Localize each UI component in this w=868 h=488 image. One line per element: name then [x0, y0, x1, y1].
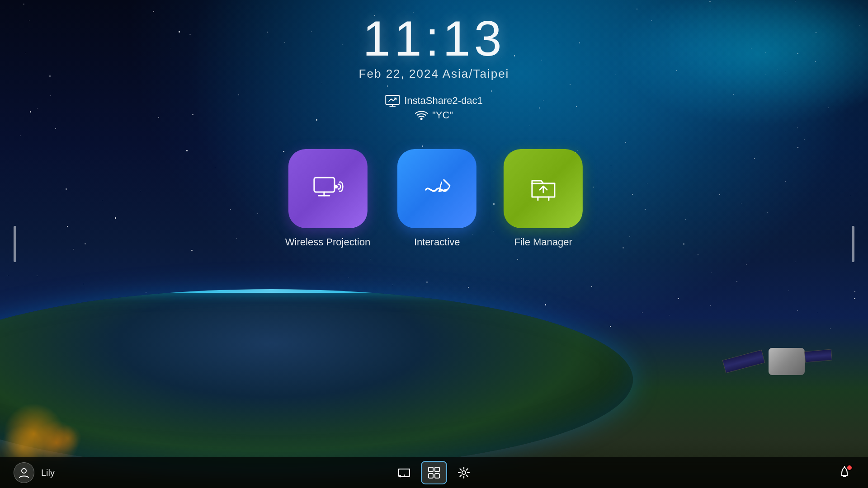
- star: [284, 42, 285, 43]
- star: [741, 203, 741, 204]
- notification-badge: [846, 465, 853, 471]
- grid-icon: [427, 466, 441, 479]
- user-name-label: Lily: [41, 468, 55, 478]
- star: [797, 127, 798, 129]
- star: [637, 9, 637, 9]
- star: [746, 264, 747, 265]
- svg-point-13: [22, 469, 26, 473]
- star: [115, 217, 116, 218]
- star: [611, 165, 611, 166]
- star: [615, 75, 616, 75]
- star: [632, 194, 633, 195]
- star: [629, 236, 630, 237]
- star: [370, 259, 371, 260]
- star: [349, 277, 349, 278]
- clock-container: 11:13 Feb 22, 2024 Asia/Taipei: [359, 14, 509, 81]
- star: [226, 194, 227, 194]
- star: [788, 291, 789, 291]
- avatar-icon: [18, 466, 30, 479]
- star: [23, 4, 24, 5]
- svg-point-7: [335, 185, 337, 188]
- wifi-row: "YC": [415, 109, 453, 121]
- star: [529, 126, 530, 126]
- device-row: InstaShare2-dac1: [385, 95, 483, 107]
- star: [625, 142, 626, 143]
- star: [468, 287, 469, 288]
- star: [685, 219, 686, 220]
- star: [795, 262, 796, 262]
- star: [179, 31, 180, 33]
- star: [785, 72, 785, 72]
- star: [85, 243, 86, 244]
- star: [543, 100, 543, 101]
- wireless-projection-icon[interactable]: [288, 149, 368, 228]
- star: [158, 117, 159, 117]
- star: [778, 70, 778, 70]
- star: [311, 31, 311, 32]
- star: [795, 1, 796, 1]
- star: [67, 226, 68, 227]
- star: [191, 250, 192, 251]
- home-button[interactable]: [421, 461, 447, 484]
- interactive-icon[interactable]: [397, 149, 476, 228]
- star: [170, 48, 170, 48]
- star: [591, 286, 592, 287]
- wifi-ssid: "YC": [432, 109, 453, 121]
- star: [711, 9, 711, 9]
- star: [37, 108, 38, 108]
- app-grid: Wireless Projection Interactive: [285, 149, 583, 248]
- settings-button[interactable]: [451, 461, 477, 484]
- star: [102, 200, 102, 200]
- star: [316, 119, 317, 121]
- satellite: [732, 334, 832, 398]
- star: [765, 52, 766, 53]
- star: [387, 85, 388, 86]
- monitor-icon: [385, 95, 400, 107]
- star: [283, 151, 284, 152]
- device-name: InstaShare2-dac1: [404, 95, 483, 107]
- star: [593, 187, 594, 188]
- notification-section: [835, 463, 854, 483]
- star: [828, 108, 829, 108]
- star: [754, 158, 755, 159]
- star: [797, 53, 798, 54]
- star: [579, 42, 580, 43]
- star: [797, 147, 798, 148]
- city-lights: [0, 371, 226, 461]
- star: [548, 248, 548, 249]
- star: [342, 44, 343, 46]
- star: [678, 298, 679, 299]
- app-interactive[interactable]: Interactive: [397, 149, 476, 248]
- star: [25, 298, 25, 298]
- star: [585, 64, 586, 64]
- star: [785, 181, 786, 182]
- cast-button[interactable]: [391, 461, 417, 484]
- user-avatar[interactable]: [14, 462, 34, 483]
- star: [767, 212, 768, 213]
- file-manager-icon[interactable]: [504, 149, 583, 228]
- star: [815, 61, 816, 62]
- left-arrow[interactable]: [14, 226, 16, 262]
- star: [719, 194, 720, 195]
- app-file-manager[interactable]: File Manager: [504, 149, 583, 248]
- star: [710, 305, 711, 306]
- star: [584, 270, 585, 271]
- star: [683, 244, 684, 244]
- notification-bell[interactable]: [835, 463, 854, 483]
- star: [321, 83, 322, 84]
- right-arrow[interactable]: [852, 226, 854, 262]
- star: [491, 90, 492, 91]
- star: [765, 75, 766, 75]
- app-wireless-projection[interactable]: Wireless Projection: [285, 149, 370, 248]
- star: [66, 188, 67, 190]
- svg-rect-16: [429, 467, 433, 472]
- star: [830, 328, 830, 329]
- wireless-projection-svg: [310, 171, 346, 207]
- svg-rect-18: [429, 474, 433, 478]
- cast-icon: [397, 466, 411, 479]
- star: [37, 276, 37, 276]
- star: [236, 238, 237, 239]
- star: [539, 108, 540, 108]
- star: [55, 128, 56, 129]
- star: [426, 282, 428, 283]
